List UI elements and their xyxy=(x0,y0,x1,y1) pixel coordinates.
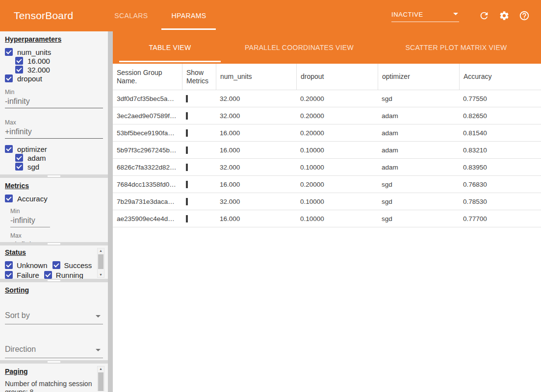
column-header-show-metrics[interactable]: Show Metrics xyxy=(182,64,216,90)
checkbox[interactable] xyxy=(5,74,13,82)
table-row[interactable]: 3ec2aed9e07589f… 32.000 0.20000 adam 0.8… xyxy=(113,107,541,124)
chevron-down-icon xyxy=(96,349,101,351)
checkbox[interactable] xyxy=(44,271,52,279)
sidebar-scrollbar[interactable] xyxy=(108,31,113,392)
scroll-up-icon[interactable]: ▲ xyxy=(98,248,104,253)
show-metrics-checkbox[interactable] xyxy=(186,112,188,120)
table-row[interactable]: 3df0d7cf35bec5a… 32.000 0.20000 sgd 0.77… xyxy=(113,90,541,107)
show-metrics-checkbox[interactable] xyxy=(186,147,188,154)
app-logo: TensorBoard xyxy=(14,10,73,22)
run-status-select[interactable]: INACTIVE xyxy=(391,10,459,22)
table-row[interactable]: 7b29a731e3daca… 32.000 0.10000 sgd 0.785… xyxy=(113,193,541,210)
show-metrics-checkbox[interactable] xyxy=(186,215,188,222)
metric-accuracy[interactable]: Accuracy xyxy=(5,194,103,203)
tab-hparams[interactable]: HPARAMS xyxy=(159,0,218,31)
checkbox[interactable] xyxy=(15,154,23,162)
dropout-min-field[interactable]: Min -infinity xyxy=(5,89,103,108)
dropout-value: 0.20000 xyxy=(296,95,378,102)
tab-parallel-coordinates-view[interactable]: PARALLEL COORDINATES VIEW xyxy=(221,31,378,64)
checkbox[interactable] xyxy=(5,195,13,202)
paging-scrollbar[interactable]: ▲ xyxy=(97,366,104,391)
table-row[interactable]: ae235909ec4e4d… 16.000 0.10000 sgd 0.777… xyxy=(113,210,541,227)
num-units-value: 32.000 xyxy=(216,95,296,102)
table-row[interactable]: 7684dcc13358fd0… 16.000 0.20000 sgd 0.76… xyxy=(113,176,541,193)
dropout-value: 0.20000 xyxy=(296,181,378,188)
column-header-session-group-name[interactable]: Session Group Name. xyxy=(113,64,182,90)
show-metrics-checkbox[interactable] xyxy=(186,129,188,137)
checkbox[interactable] xyxy=(15,66,23,74)
section-resize-handle[interactable] xyxy=(0,242,108,245)
show-metrics-checkbox[interactable] xyxy=(186,95,188,102)
checkbox[interactable] xyxy=(5,145,13,153)
sidebar: Hyperparameters num_units 16.000 32.000 … xyxy=(0,31,108,392)
optimizer-value: adam xyxy=(378,147,459,154)
column-header-num-units[interactable]: num_units xyxy=(216,64,296,90)
gear-icon xyxy=(499,10,510,21)
session-group-name: 53bf5bece9190fa… xyxy=(113,129,182,137)
column-header-dropout[interactable]: dropout xyxy=(296,64,378,90)
optimizer-value: adam xyxy=(378,164,459,171)
checkbox[interactable] xyxy=(15,163,23,171)
status-panel: Status Unknown Success Failure Running ▲ xyxy=(0,245,108,279)
optimizer-sgd[interactable]: sgd xyxy=(15,162,103,171)
checkbox[interactable] xyxy=(5,48,13,56)
session-group-name: 5b97f3c2967245b… xyxy=(113,147,182,154)
num-units-value: 16.000 xyxy=(216,181,296,188)
direction-select[interactable]: Direction xyxy=(5,345,103,358)
scrollbar-thumb[interactable] xyxy=(98,372,103,391)
column-header-accuracy[interactable]: Accuracy xyxy=(459,64,541,90)
status-scrollbar[interactable]: ▲ ▼ xyxy=(97,248,104,278)
status-checkbox-grid: Unknown Success Failure Running xyxy=(5,261,103,279)
show-metrics-checkbox[interactable] xyxy=(186,164,188,171)
hparam-value-16[interactable]: 16.000 xyxy=(15,56,103,65)
hparam-dropout[interactable]: dropout xyxy=(5,74,103,83)
checkbox[interactable] xyxy=(5,271,13,279)
optimizer-value: adam xyxy=(378,129,459,137)
tab-scalars[interactable]: SCALARS xyxy=(103,0,159,31)
min-input[interactable]: -infinity xyxy=(10,215,50,227)
optimizer-value: sgd xyxy=(378,95,459,102)
column-header-optimizer[interactable]: optimizer xyxy=(378,64,459,90)
refresh-button[interactable] xyxy=(478,10,490,22)
optimizer-value: sgd xyxy=(378,181,459,188)
help-button[interactable] xyxy=(518,10,530,22)
status-title: Status xyxy=(5,248,103,256)
checkbox[interactable] xyxy=(15,57,23,65)
metric-max-field[interactable]: Max +infinity xyxy=(10,232,56,242)
dropout-max-field[interactable]: Max +infinity xyxy=(5,119,103,139)
session-group-name: ae235909ec4e4d… xyxy=(113,215,182,222)
hyperparameters-panel: Hyperparameters num_units 16.000 32.000 … xyxy=(0,31,108,174)
optimizer-adam[interactable]: adam xyxy=(15,153,103,162)
dropout-value: 0.20000 xyxy=(296,112,378,120)
max-input[interactable]: +infinity xyxy=(5,126,103,139)
num-units-value: 32.000 xyxy=(216,198,296,205)
checkbox[interactable] xyxy=(52,261,60,269)
metric-min-field[interactable]: Min -infinity xyxy=(10,208,56,227)
scroll-down-icon[interactable]: ▼ xyxy=(98,272,104,277)
checkbox[interactable] xyxy=(5,261,13,269)
settings-button[interactable] xyxy=(498,10,510,22)
show-metrics-checkbox[interactable] xyxy=(186,181,188,188)
hparam-value-32[interactable]: 32.000 xyxy=(15,65,103,74)
show-metrics-checkbox[interactable] xyxy=(186,198,188,205)
hparam-optimizer[interactable]: optimizer xyxy=(5,145,103,153)
accuracy-value: 0.82650 xyxy=(459,112,541,120)
hparam-num-units[interactable]: num_units xyxy=(5,48,103,56)
section-resize-handle[interactable] xyxy=(0,279,108,282)
table-row[interactable]: 6826c7fa3322d82… 32.000 0.10000 adam 0.8… xyxy=(113,159,541,176)
tab-table-view[interactable]: TABLE VIEW xyxy=(119,31,221,64)
scroll-up-icon[interactable]: ▲ xyxy=(98,367,104,371)
table-row[interactable]: 5b97f3c2967245b… 16.000 0.10000 adam 0.8… xyxy=(113,142,541,159)
section-resize-handle[interactable] xyxy=(0,174,108,178)
dropout-value: 0.10000 xyxy=(296,215,378,222)
dropout-value: 0.10000 xyxy=(296,147,378,154)
scrollbar-thumb[interactable] xyxy=(98,254,103,269)
section-resize-handle[interactable] xyxy=(0,360,108,364)
accuracy-value: 0.76830 xyxy=(459,181,541,188)
optimizer-value: sgd xyxy=(378,215,459,222)
accuracy-value: 0.78530 xyxy=(459,198,541,205)
tab-scatter-plot-matrix-view[interactable]: SCATTER PLOT MATRIX VIEW xyxy=(378,31,535,64)
min-input[interactable]: -infinity xyxy=(5,96,103,108)
table-row[interactable]: 53bf5bece9190fa… 16.000 0.20000 adam 0.8… xyxy=(113,124,541,142)
sort-by-select[interactable]: Sort by xyxy=(5,311,103,324)
